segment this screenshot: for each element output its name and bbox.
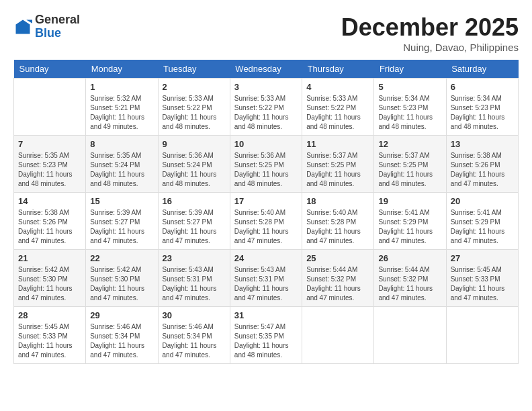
day-info: Sunrise: 5:34 AM Sunset: 5:23 PM Dayligh… — [378, 94, 441, 132]
calendar-week-4: 21Sunrise: 5:42 AM Sunset: 5:30 PM Dayli… — [14, 250, 519, 307]
day-number: 27 — [451, 253, 514, 263]
day-info: Sunrise: 5:32 AM Sunset: 5:21 PM Dayligh… — [90, 94, 153, 132]
day-number: 12 — [378, 139, 441, 149]
day-info: Sunrise: 5:36 AM Sunset: 5:25 PM Dayligh… — [234, 151, 298, 189]
day-number: 16 — [163, 196, 226, 206]
day-info: Sunrise: 5:42 AM Sunset: 5:30 PM Dayligh… — [90, 265, 153, 303]
calendar-cell: 13Sunrise: 5:38 AM Sunset: 5:26 PM Dayli… — [446, 136, 518, 193]
day-number: 7 — [18, 139, 81, 149]
calendar-cell: 17Sunrise: 5:40 AM Sunset: 5:28 PM Dayli… — [230, 193, 302, 250]
calendar-cell: 29Sunrise: 5:46 AM Sunset: 5:34 PM Dayli… — [86, 307, 158, 364]
calendar-cell: 6Sunrise: 5:34 AM Sunset: 5:23 PM Daylig… — [446, 79, 518, 136]
day-number: 20 — [451, 196, 514, 206]
logo-text: General Blue — [35, 13, 80, 40]
calendar-cell: 15Sunrise: 5:39 AM Sunset: 5:27 PM Dayli… — [86, 193, 158, 250]
calendar-cell: 9Sunrise: 5:36 AM Sunset: 5:24 PM Daylig… — [158, 136, 230, 193]
day-number: 1 — [90, 82, 153, 92]
calendar-cell — [302, 307, 374, 364]
calendar-week-1: 1Sunrise: 5:32 AM Sunset: 5:21 PM Daylig… — [14, 79, 519, 136]
day-info: Sunrise: 5:37 AM Sunset: 5:25 PM Dayligh… — [306, 151, 369, 189]
day-number: 14 — [18, 196, 81, 206]
calendar-cell: 20Sunrise: 5:41 AM Sunset: 5:29 PM Dayli… — [446, 193, 518, 250]
day-number: 11 — [306, 139, 369, 149]
calendar-week-5: 28Sunrise: 5:45 AM Sunset: 5:33 PM Dayli… — [14, 307, 519, 364]
day-number: 28 — [18, 310, 81, 320]
calendar-cell — [14, 79, 86, 136]
day-info: Sunrise: 5:36 AM Sunset: 5:24 PM Dayligh… — [163, 151, 226, 189]
day-info: Sunrise: 5:33 AM Sunset: 5:22 PM Dayligh… — [234, 94, 298, 132]
calendar-table: SundayMondayTuesdayWednesdayThursdayFrid… — [13, 60, 519, 364]
day-number: 25 — [306, 253, 369, 263]
calendar-cell: 30Sunrise: 5:46 AM Sunset: 5:34 PM Dayli… — [158, 307, 230, 364]
calendar-cell: 1Sunrise: 5:32 AM Sunset: 5:21 PM Daylig… — [86, 79, 158, 136]
day-info: Sunrise: 5:38 AM Sunset: 5:26 PM Dayligh… — [18, 208, 81, 246]
calendar-cell: 11Sunrise: 5:37 AM Sunset: 5:25 PM Dayli… — [302, 136, 374, 193]
calendar-header-wednesday: Wednesday — [230, 60, 302, 79]
calendar-cell: 24Sunrise: 5:43 AM Sunset: 5:31 PM Dayli… — [230, 250, 302, 307]
day-number: 23 — [163, 253, 226, 263]
calendar-header-monday: Monday — [86, 60, 158, 79]
calendar-cell: 12Sunrise: 5:37 AM Sunset: 5:25 PM Dayli… — [374, 136, 446, 193]
calendar-cell: 2Sunrise: 5:33 AM Sunset: 5:22 PM Daylig… — [158, 79, 230, 136]
calendar-cell: 7Sunrise: 5:35 AM Sunset: 5:23 PM Daylig… — [14, 136, 86, 193]
logo-blue: Blue — [35, 26, 61, 40]
day-number: 18 — [306, 196, 369, 206]
day-info: Sunrise: 5:43 AM Sunset: 5:31 PM Dayligh… — [234, 265, 298, 303]
calendar-cell: 5Sunrise: 5:34 AM Sunset: 5:23 PM Daylig… — [374, 79, 446, 136]
calendar-cell: 31Sunrise: 5:47 AM Sunset: 5:35 PM Dayli… — [230, 307, 302, 364]
day-number: 24 — [234, 253, 298, 263]
day-number: 22 — [90, 253, 153, 263]
day-number: 5 — [378, 82, 441, 92]
day-number: 21 — [18, 253, 81, 263]
month-title: December 2025 — [341, 13, 519, 42]
day-number: 26 — [378, 253, 441, 263]
day-info: Sunrise: 5:45 AM Sunset: 5:33 PM Dayligh… — [451, 265, 514, 303]
calendar-cell: 28Sunrise: 5:45 AM Sunset: 5:33 PM Dayli… — [14, 307, 86, 364]
calendar-header-sunday: Sunday — [14, 60, 86, 79]
logo-general: General — [35, 13, 80, 26]
day-number: 8 — [90, 139, 153, 149]
day-info: Sunrise: 5:39 AM Sunset: 5:27 PM Dayligh… — [163, 208, 226, 246]
calendar-cell: 16Sunrise: 5:39 AM Sunset: 5:27 PM Dayli… — [158, 193, 230, 250]
calendar-cell: 25Sunrise: 5:44 AM Sunset: 5:32 PM Dayli… — [302, 250, 374, 307]
day-number: 13 — [451, 139, 514, 149]
day-info: Sunrise: 5:35 AM Sunset: 5:23 PM Dayligh… — [18, 151, 81, 189]
calendar-cell: 19Sunrise: 5:41 AM Sunset: 5:29 PM Dayli… — [374, 193, 446, 250]
day-number: 3 — [234, 82, 298, 92]
calendar-cell: 8Sunrise: 5:35 AM Sunset: 5:24 PM Daylig… — [86, 136, 158, 193]
calendar-cell: 3Sunrise: 5:33 AM Sunset: 5:22 PM Daylig… — [230, 79, 302, 136]
day-info: Sunrise: 5:42 AM Sunset: 5:30 PM Dayligh… — [18, 265, 81, 303]
title-section: December 2025 Nuing, Davao, Philippines — [341, 13, 519, 53]
day-info: Sunrise: 5:40 AM Sunset: 5:28 PM Dayligh… — [234, 208, 298, 246]
day-number: 2 — [163, 82, 226, 92]
day-info: Sunrise: 5:33 AM Sunset: 5:22 PM Dayligh… — [163, 94, 226, 132]
calendar-week-2: 7Sunrise: 5:35 AM Sunset: 5:23 PM Daylig… — [14, 136, 519, 193]
calendar-cell: 22Sunrise: 5:42 AM Sunset: 5:30 PM Dayli… — [86, 250, 158, 307]
calendar-cell: 27Sunrise: 5:45 AM Sunset: 5:33 PM Dayli… — [446, 250, 518, 307]
calendar-header-thursday: Thursday — [302, 60, 374, 79]
calendar-cell: 21Sunrise: 5:42 AM Sunset: 5:30 PM Dayli… — [14, 250, 86, 307]
location: Nuing, Davao, Philippines — [341, 42, 519, 53]
calendar-cell: 23Sunrise: 5:43 AM Sunset: 5:31 PM Dayli… — [158, 250, 230, 307]
day-info: Sunrise: 5:37 AM Sunset: 5:25 PM Dayligh… — [378, 151, 441, 189]
day-info: Sunrise: 5:43 AM Sunset: 5:31 PM Dayligh… — [163, 265, 226, 303]
day-number: 19 — [378, 196, 441, 206]
day-number: 15 — [90, 196, 153, 206]
calendar-cell: 4Sunrise: 5:33 AM Sunset: 5:22 PM Daylig… — [302, 79, 374, 136]
svg-marker-0 — [16, 19, 30, 34]
day-info: Sunrise: 5:40 AM Sunset: 5:28 PM Dayligh… — [306, 208, 369, 246]
calendar-cell — [446, 307, 518, 364]
day-number: 4 — [306, 82, 369, 92]
calendar-header-saturday: Saturday — [446, 60, 518, 79]
day-info: Sunrise: 5:44 AM Sunset: 5:32 PM Dayligh… — [306, 265, 369, 303]
calendar-week-3: 14Sunrise: 5:38 AM Sunset: 5:26 PM Dayli… — [14, 193, 519, 250]
day-info: Sunrise: 5:38 AM Sunset: 5:26 PM Dayligh… — [451, 151, 514, 189]
calendar-cell: 26Sunrise: 5:44 AM Sunset: 5:32 PM Dayli… — [374, 250, 446, 307]
day-number: 10 — [234, 139, 298, 149]
calendar-cell: 14Sunrise: 5:38 AM Sunset: 5:26 PM Dayli… — [14, 193, 86, 250]
page-header: General Blue December 2025 Nuing, Davao,… — [13, 13, 519, 53]
day-info: Sunrise: 5:41 AM Sunset: 5:29 PM Dayligh… — [451, 208, 514, 246]
calendar-cell: 10Sunrise: 5:36 AM Sunset: 5:25 PM Dayli… — [230, 136, 302, 193]
day-info: Sunrise: 5:35 AM Sunset: 5:24 PM Dayligh… — [90, 151, 153, 189]
logo-icon — [13, 17, 32, 36]
